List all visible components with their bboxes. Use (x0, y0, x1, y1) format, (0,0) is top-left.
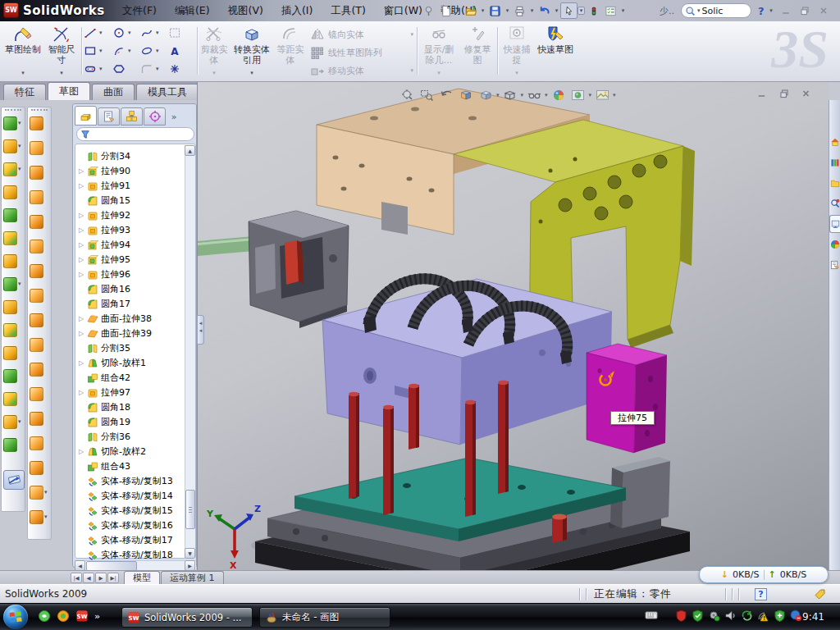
hide-show-items-icon[interactable] (525, 87, 543, 103)
manager-tab-dimxpert-manager[interactable] (144, 107, 166, 126)
open-icon[interactable] (462, 2, 479, 19)
toolbar-button[interactable]: ▾ (3, 114, 25, 132)
toolbar-button[interactable] (3, 252, 25, 270)
tab-nav-button-4[interactable]: ▶| (107, 573, 119, 583)
new-document-icon[interactable] (437, 2, 454, 19)
zoom-to-area-icon[interactable] (418, 87, 436, 103)
tree-item-分割35[interactable]: 分割35 (79, 341, 195, 355)
menu-item-5[interactable]: 工具(T) (322, 0, 374, 21)
dropdown-icon[interactable]: ▾ (44, 514, 48, 520)
rectangle-tool[interactable]: ▾ (84, 43, 104, 59)
expand-icon[interactable]: ▷ (79, 241, 87, 249)
toolbar-button[interactable] (30, 336, 51, 354)
edit-appearance-icon[interactable] (550, 87, 568, 103)
view-settings-icon[interactable] (593, 87, 611, 103)
dropdown-icon[interactable]: ▾ (18, 281, 21, 287)
selection-filter-icon[interactable] (585, 2, 602, 19)
task-pane-tab-file-explorer[interactable] (829, 174, 840, 192)
dropdown-icon[interactable]: ▾ (18, 166, 21, 172)
minimize-button[interactable] (778, 4, 794, 17)
sync-green-icon[interactable] (740, 609, 753, 622)
dropdown-icon[interactable]: ▾ (613, 92, 616, 98)
toolbar-button[interactable]: ▾ (30, 508, 51, 526)
linear-sketch-pattern-button[interactable]: 线性草图阵列 (310, 44, 413, 61)
dropdown-icon[interactable]: ▾ (454, 7, 462, 14)
tree-item-圆角18[interactable]: 圆角18 (79, 400, 195, 414)
close-button[interactable] (815, 4, 832, 17)
tree-item-实体-移动/复制14[interactable]: 实体-移动/复制14 (79, 489, 195, 503)
dropdown-icon[interactable]: ▾ (521, 92, 524, 98)
doc-close-button[interactable] (798, 87, 814, 100)
tree-item-切除-放样1[interactable]: ▷切除-放样1 (79, 356, 195, 370)
help-dropdown-icon[interactable]: ▾ (768, 7, 775, 14)
expand-icon[interactable]: ▷ (79, 167, 87, 175)
sketch-button[interactable]: 草图绘制 ▾ (3, 24, 43, 78)
tree-item-圆角19[interactable]: 圆角19 (79, 415, 195, 429)
menu-item-4[interactable]: 插入(I) (272, 0, 322, 21)
graphics-viewport[interactable]: Y Z X ▾▾▾▾▾ 拉伸75 (197, 82, 829, 570)
tree-item-拉伸96[interactable]: ▷拉伸96 (79, 267, 195, 281)
offset-entities-button[interactable]: 等距实体 (275, 24, 306, 78)
dropdown-icon[interactable]: ▾ (504, 7, 511, 14)
dropdown-icon[interactable]: ▾ (18, 143, 21, 149)
tree-item-拉伸93[interactable]: ▷拉伸93 (79, 223, 195, 237)
polygon-tool[interactable] (112, 61, 126, 77)
quick-snaps-button[interactable]: 快速捕捉 ▾ (500, 24, 533, 78)
tree-item-分割36[interactable]: 分割36 (79, 430, 195, 444)
dropdown-icon[interactable]: ▾ (44, 68, 79, 79)
pin-icon[interactable] (420, 2, 437, 19)
restore-button[interactable] (797, 4, 813, 17)
tree-item-圆角16[interactable]: 圆角16 (79, 282, 195, 296)
instant3d-button[interactable] (3, 470, 25, 490)
toolbar-button[interactable] (30, 311, 51, 329)
tree-item-实体-移动/复制16[interactable]: 实体-移动/复制16 (79, 518, 195, 532)
dropdown-icon[interactable]: ▾ (619, 7, 627, 14)
task-pane-tab-custom-properties[interactable] (829, 256, 840, 274)
dropdown-icon[interactable]: ▾ (578, 7, 585, 15)
task-pane-tab-solidworks-resources[interactable] (829, 133, 840, 151)
expand-icon[interactable]: ▷ (79, 330, 87, 337)
dropdown-icon[interactable]: ▾ (589, 92, 592, 98)
doc-restore-button[interactable] (776, 87, 792, 100)
gear-icon[interactable] (707, 609, 720, 622)
tree-item-拉伸92[interactable]: ▷拉伸92 (79, 208, 195, 222)
tree-item-圆角15[interactable]: 圆角15 (79, 194, 195, 208)
status-help-button[interactable]: ? (755, 588, 767, 600)
help-button[interactable]: ? (755, 5, 768, 17)
taskbar-button-SolidWorks 2009 - ...[interactable]: SWSolidWorks 2009 - ... (121, 607, 253, 628)
tree-item-拉伸97[interactable]: ▷拉伸97 (79, 386, 195, 399)
tree-item-圆角17[interactable]: 圆角17 (79, 297, 195, 311)
toolbar-button[interactable] (3, 344, 25, 362)
task-pane-tab-view-palette[interactable] (829, 215, 840, 233)
shield-red-icon[interactable] (674, 609, 687, 622)
shield-green-icon[interactable] (691, 609, 704, 622)
manager-tabs-overflow-icon[interactable]: » (167, 107, 181, 126)
print-icon[interactable] (511, 2, 528, 19)
toolbar-button[interactable] (30, 409, 51, 427)
toolbar-button[interactable] (30, 114, 51, 132)
dropdown-icon[interactable]: ▾ (3, 68, 43, 79)
toolbar-button[interactable] (3, 436, 25, 454)
undo-icon[interactable] (536, 2, 553, 19)
expand-icon[interactable]: ▷ (79, 212, 87, 219)
dropdown-icon[interactable]: ▾ (18, 418, 21, 425)
tree-item-组合42[interactable]: 组合42 (79, 371, 195, 385)
selection-box-tool[interactable] (168, 25, 181, 41)
keyboard-icon[interactable] (645, 609, 658, 622)
tree-item-拉伸90[interactable]: ▷拉伸90 (79, 164, 195, 178)
toolbar-button[interactable] (30, 212, 51, 231)
scroll-down-button[interactable]: ▼ (185, 548, 195, 559)
expand-icon[interactable]: ▷ (79, 359, 87, 367)
previous-view-icon[interactable] (437, 87, 455, 103)
command-tab-模具工具[interactable]: 模具工具 (136, 84, 199, 100)
slot-tool[interactable]: ▾ (84, 61, 104, 77)
options-list-icon[interactable] (602, 2, 619, 19)
tree-vertical-scrollbar[interactable]: ▲ ▼ (185, 145, 195, 559)
panel-splitter[interactable]: ◂◂ (197, 315, 204, 345)
start-button[interactable] (3, 605, 28, 629)
toolbar-button[interactable] (30, 237, 51, 255)
tree-item-曲面-拉伸39[interactable]: ▷曲面-拉伸39 (79, 326, 195, 340)
spline-tool[interactable]: ▾ (140, 25, 161, 41)
expand-icon[interactable]: ▷ (79, 182, 87, 189)
display-delete-relations-button[interactable]: 显示/删除几... ▾ (420, 24, 458, 78)
